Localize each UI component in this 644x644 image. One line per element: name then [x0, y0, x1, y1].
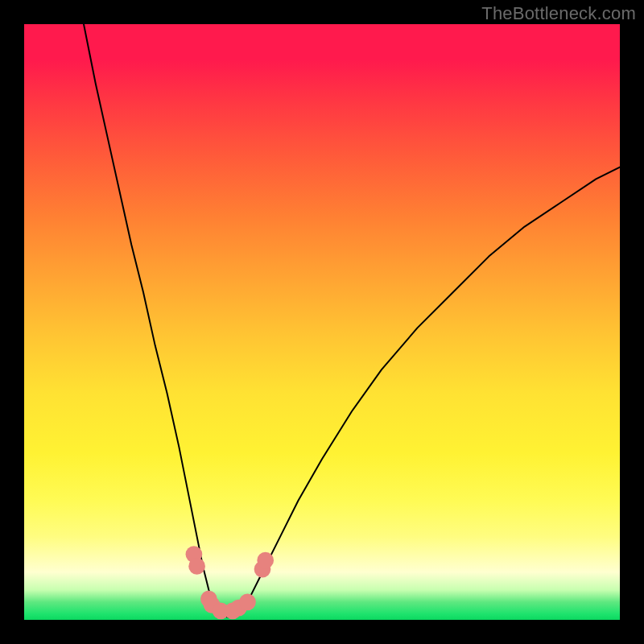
marker-dot [239, 593, 256, 610]
markers-group [186, 546, 275, 619]
left-branch-line [84, 24, 215, 608]
marker-dot [257, 552, 274, 569]
plot-area [24, 24, 620, 620]
attribution-text: TheBottleneck.com [481, 3, 636, 24]
marker-dot [188, 558, 205, 575]
chart-svg [24, 24, 620, 620]
outer-frame: TheBottleneck.com [0, 0, 644, 644]
right-branch-line [245, 167, 620, 609]
